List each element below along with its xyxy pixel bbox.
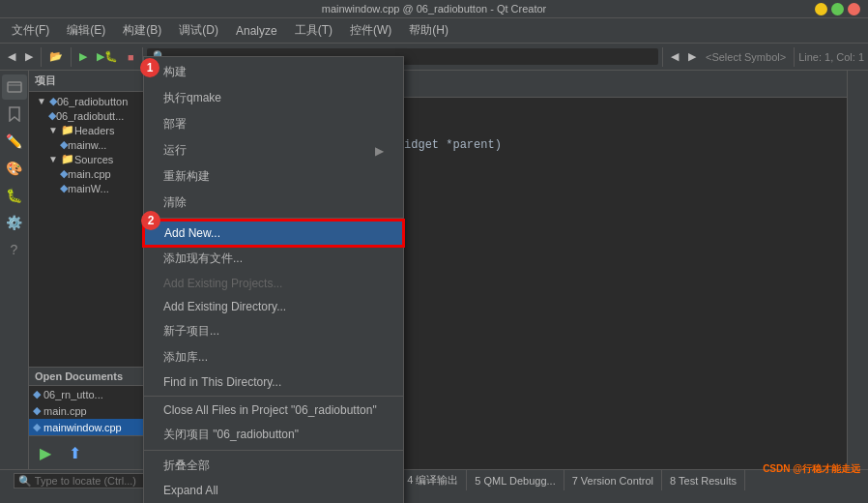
toolbar-stop[interactable]: ■ <box>124 49 138 65</box>
menu-analyze[interactable]: Analyze <box>228 22 285 40</box>
ctx-sep-1 <box>144 218 403 219</box>
panel-push-btn[interactable]: ⬆ <box>62 440 87 465</box>
tree-label: main.cpp <box>68 168 111 180</box>
ctx-clean[interactable]: 清除 <box>144 190 403 216</box>
right-panel <box>847 71 868 469</box>
minimize-btn[interactable] <box>815 3 827 15</box>
open-doc-label-1: 06_rn_utto... <box>43 389 103 400</box>
status-qml-debug[interactable]: 5 QML Debugg... <box>467 470 564 490</box>
ctx-add-existing-projects: Add Existing Projects... <box>144 272 403 295</box>
ctx-deploy[interactable]: 部署 <box>144 111 403 137</box>
mainwindow-cpp-icon: ◆ <box>60 182 68 194</box>
window-title: mainwindow.cpp @ 06_radiobutton - Qt Cre… <box>322 3 547 15</box>
status-test-results[interactable]: 8 Test Results <box>662 470 745 490</box>
sidebar-icons: ✏️ 🎨 🐛 ⚙️ ? <box>0 71 29 469</box>
toolbar-forward[interactable]: ▶ <box>21 48 37 65</box>
main-cpp-icon: ◆ <box>60 167 68 180</box>
line-col-info: Line: 1, Col: 1 <box>798 51 864 63</box>
open-doc-icon-1: ◆ <box>33 388 41 400</box>
ctx-add-existing-dir[interactable]: Add Existing Directory... <box>144 295 403 318</box>
sources-folder-icon: 📁 <box>61 153 74 165</box>
open-doc-icon-2: ◆ <box>33 404 41 417</box>
tree-label: mainw... <box>68 139 106 151</box>
toolbar-sep-5 <box>794 47 795 67</box>
sidebar-icon-edit[interactable]: ✏️ <box>2 129 27 154</box>
ctx-sep-3 <box>144 450 403 451</box>
maximize-btn[interactable] <box>831 3 844 15</box>
close-btn[interactable] <box>848 3 860 15</box>
window-controls <box>815 3 860 15</box>
ctx-collapse-all[interactable]: 折叠全部 <box>144 453 403 479</box>
ctx-close-project[interactable]: 关闭项目 "06_radiobutton" <box>144 422 403 448</box>
badge-1: 1 <box>140 58 159 77</box>
sidebar-icon-project[interactable] <box>2 74 27 100</box>
project-file-icon: ◆ <box>49 95 57 107</box>
symbol-select[interactable]: <Select Symbol> <box>702 51 790 63</box>
menu-help[interactable]: 帮助(H) <box>401 20 456 41</box>
ctx-add-new[interactable]: Add New... <box>144 221 403 246</box>
sidebar-icon-bookmark[interactable] <box>2 102 27 127</box>
sidebar-icon-design[interactable]: 🎨 <box>2 156 27 181</box>
sidebar-icon-debug[interactable]: 🐛 <box>2 183 27 208</box>
context-menu: 构建 执行qmake 部署 运行 ▶ 重新构建 清除 Add New... 添加… <box>143 56 404 503</box>
sources-expand-icon: ▼ <box>48 154 58 164</box>
folder-expand-icon: ▼ <box>48 125 58 135</box>
menu-bar: 文件(F) 编辑(E) 构建(B) 调试(D) Analyze 工具(T) 控件… <box>0 18 868 44</box>
locate-input[interactable] <box>14 473 159 488</box>
menu-tools[interactable]: 工具(T) <box>287 20 340 41</box>
header-file-icon: ◆ <box>60 138 68 151</box>
ctx-new-subproject[interactable]: 新子项目... <box>144 318 403 344</box>
main-layout: ✏️ 🎨 🐛 ⚙️ ? 项目 ▼ ◆ 06_radiobutton ◆ 06_r… <box>0 71 868 469</box>
tree-label: 06_radiobutton <box>57 96 128 107</box>
toolbar-prev-symbol[interactable]: ◀ <box>667 48 682 65</box>
panel-run-btn[interactable]: ▶ <box>33 440 58 465</box>
toolbar-sep-2 <box>71 47 72 67</box>
watermark: CSDN @行稳才能走远 <box>763 462 860 476</box>
ctx-run[interactable]: 运行 ▶ <box>144 137 403 163</box>
menu-controls[interactable]: 控件(W) <box>342 20 399 41</box>
ctx-add-library[interactable]: 添加库... <box>144 344 403 370</box>
tree-expand-icon: ▼ <box>37 96 46 106</box>
toolbar-debug-run[interactable]: ▶🐛 <box>93 48 122 65</box>
menu-file[interactable]: 文件(F) <box>4 20 57 41</box>
open-doc-icon-3: ◆ <box>33 421 41 433</box>
menu-edit[interactable]: 编辑(E) <box>59 20 113 41</box>
open-doc-label-3: mainwindow.cpp <box>43 422 122 433</box>
toolbar-back[interactable]: ◀ <box>4 48 19 65</box>
menu-build[interactable]: 构建(B) <box>115 20 169 41</box>
tree-label: mainW... <box>68 183 109 194</box>
tree-label: 06_radiobutt... <box>56 110 124 122</box>
status-version-control[interactable]: 7 Version Control <box>564 470 662 490</box>
file-icon: ◆ <box>48 109 56 122</box>
ctx-sep-2 <box>144 396 403 397</box>
toolbar-sep-4 <box>662 47 663 67</box>
title-bar: mainwindow.cpp @ 06_radiobutton - Qt Cre… <box>0 0 868 18</box>
menu-debug[interactable]: 调试(D) <box>171 20 226 41</box>
ctx-qmake[interactable]: 执行qmake <box>144 85 403 111</box>
toolbar-open[interactable]: 📂 <box>45 48 67 65</box>
tree-label: Sources <box>74 154 113 165</box>
ctx-close-all-files[interactable]: Close All Files in Project "06_radiobutt… <box>144 399 403 422</box>
ctx-find-in-dir[interactable]: Find in This Directory... <box>144 370 403 394</box>
svg-rect-0 <box>8 82 21 92</box>
ctx-build[interactable]: 构建 <box>144 59 403 85</box>
ctx-rebuild[interactable]: 重新构建 <box>144 163 403 190</box>
sidebar-icon-projects[interactable]: ⚙️ <box>2 210 27 235</box>
toolbar-next-symbol[interactable]: ▶ <box>684 48 700 65</box>
status-compile-output[interactable]: 4 编译输出 <box>399 470 467 490</box>
badge-2: 2 <box>141 211 160 230</box>
toolbar: ◀ ▶ 📂 ▶ ▶🐛 ■ 🔍 ◀ ▶ <Select Symbol> Line:… <box>0 44 868 71</box>
status-bar: 1 问题 2 Search Results 3 应用程序输出 4 编译输出 5 … <box>0 469 868 490</box>
toolbar-sep-1 <box>41 47 42 67</box>
folder-icon: 📁 <box>61 124 74 136</box>
tree-label: Headers <box>74 125 115 136</box>
run-arrow: ▶ <box>375 144 384 158</box>
sidebar-icon-help[interactable]: ? <box>2 237 27 262</box>
open-doc-label-2: main.cpp <box>43 405 87 417</box>
ctx-add-existing-file[interactable]: 添加现有文件... <box>144 246 403 272</box>
toolbar-run[interactable]: ▶ <box>75 48 91 65</box>
ctx-expand-all[interactable]: Expand All <box>144 479 403 502</box>
